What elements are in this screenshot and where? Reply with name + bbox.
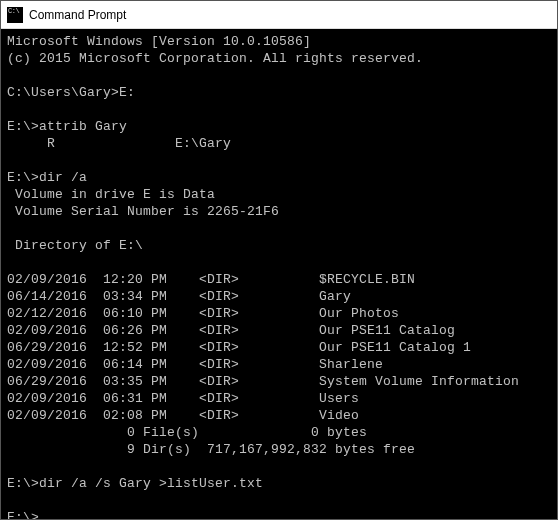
dir-entry: 06/29/2016 12:52 PM <DIR> Our PSE11 Cata…: [7, 340, 471, 355]
copyright-line: (c) 2015 Microsoft Corporation. All righ…: [7, 51, 423, 66]
prompt-line: E:\>attrib Gary: [7, 119, 127, 134]
dir-summary-dirs: 9 Dir(s) 717,167,992,832 bytes free: [7, 442, 415, 457]
os-header: Microsoft Windows [Version 10.0.10586]: [7, 34, 311, 49]
dir-entry: 02/09/2016 06:26 PM <DIR> Our PSE11 Cata…: [7, 323, 455, 338]
volume-serial: Volume Serial Number is 2265-21F6: [7, 204, 279, 219]
dir-summary-files: 0 File(s) 0 bytes: [7, 425, 367, 440]
dir-entry: 02/09/2016 02:08 PM <DIR> Video: [7, 408, 359, 423]
prompt-line: E:\>dir /a /s Gary >listUser.txt: [7, 476, 263, 491]
directory-of: Directory of E:\: [7, 238, 143, 253]
dir-entry: 06/29/2016 03:35 PM <DIR> System Volume …: [7, 374, 519, 389]
dir-entry: 02/09/2016 12:20 PM <DIR> $RECYCLE.BIN: [7, 272, 415, 287]
dir-entry: 06/14/2016 03:34 PM <DIR> Gary: [7, 289, 351, 304]
prompt-current: E:\>: [7, 510, 39, 519]
dir-entry: 02/09/2016 06:14 PM <DIR> Sharlene: [7, 357, 383, 372]
cmd-icon: [7, 7, 23, 23]
volume-label: Volume in drive E is Data: [7, 187, 215, 202]
prompt-line: C:\Users\Gary>E:: [7, 85, 135, 100]
window-titlebar: Command Prompt: [1, 1, 557, 29]
attrib-output: R E:\Gary: [7, 136, 231, 151]
dir-entry: 02/12/2016 06:10 PM <DIR> Our Photos: [7, 306, 399, 321]
prompt-line: E:\>dir /a: [7, 170, 87, 185]
window-title: Command Prompt: [29, 8, 126, 22]
terminal-output[interactable]: Microsoft Windows [Version 10.0.10586] (…: [1, 29, 557, 519]
dir-entry: 02/09/2016 06:31 PM <DIR> Users: [7, 391, 359, 406]
